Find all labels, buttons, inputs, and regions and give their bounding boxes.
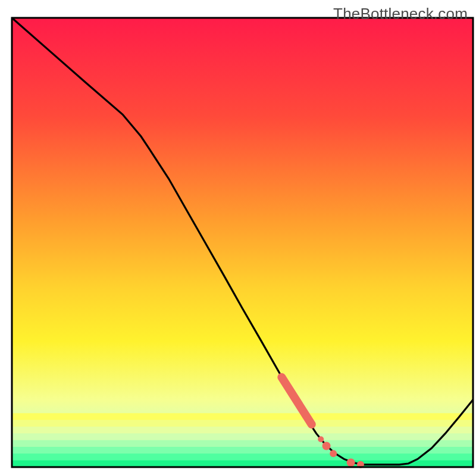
svg-rect-0 [12, 413, 473, 420]
bottom-color-bands [12, 413, 473, 467]
chart-container: TheBottleneck.com [0, 0, 476, 476]
svg-rect-2 [12, 427, 473, 434]
chart-svg [0, 0, 476, 476]
svg-rect-4 [12, 440, 473, 447]
highlight-dot [322, 442, 331, 450]
svg-rect-5 [12, 447, 473, 454]
svg-rect-6 [12, 453, 473, 461]
svg-rect-3 [12, 433, 473, 440]
highlight-dot [318, 436, 324, 442]
svg-rect-1 [12, 420, 473, 427]
highlight-dot [347, 458, 355, 466]
watermark-text: TheBottleneck.com [333, 5, 468, 23]
highlight-dot [330, 450, 337, 457]
gradient-background [12, 18, 473, 467]
